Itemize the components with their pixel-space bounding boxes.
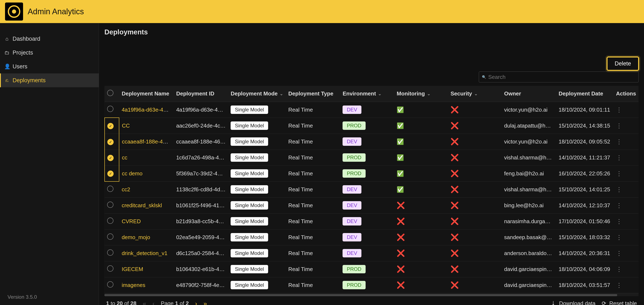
search-box[interactable]: 🔍 bbox=[479, 72, 638, 82]
select-all-header[interactable] bbox=[104, 86, 119, 102]
cross-icon: ❌ bbox=[450, 202, 459, 209]
deployment-name-link[interactable]: 4a19f96a-d63e-44de-b bbox=[122, 107, 174, 113]
deployment-id: b21d93a8-cc5b-47af-8 bbox=[174, 213, 228, 229]
date-cell: 15/10/2024, 14:38:15 bbox=[556, 118, 614, 134]
deployment-name-link[interactable]: cc2 bbox=[122, 186, 130, 193]
table-row[interactable]: ✓ CC aac26ef0-24de-4cbd-a Single Model R… bbox=[104, 118, 638, 134]
projects-icon: 🗀 bbox=[4, 50, 10, 56]
row-actions-menu[interactable]: ⋮ bbox=[616, 250, 622, 256]
col-owner[interactable]: Owner bbox=[502, 86, 556, 102]
deployment-id: 4a19f96a-d63e-44de-b bbox=[174, 102, 228, 118]
row-checkbox[interactable] bbox=[107, 217, 114, 224]
owner-cell: bing.lee@h2o.ai bbox=[502, 197, 556, 213]
deployment-name-link[interactable]: CVRED bbox=[122, 218, 141, 224]
download-data-button[interactable]: ⭳ Download data bbox=[551, 300, 595, 305]
col-mon[interactable]: Monitoring⌄ bbox=[394, 86, 448, 102]
cross-icon: ❌ bbox=[397, 249, 405, 257]
row-actions-menu[interactable]: ⋮ bbox=[616, 186, 622, 193]
search-input[interactable] bbox=[488, 74, 636, 80]
deployment-name-link[interactable]: cc bbox=[122, 154, 127, 161]
row-actions-menu[interactable]: ⋮ bbox=[616, 154, 622, 161]
table-row[interactable]: imagenes e48790f2-758f-4e85-8 Single Mod… bbox=[104, 277, 638, 293]
mode-badge: Single Model bbox=[230, 185, 268, 194]
page-prev-icon: ‹ bbox=[152, 300, 154, 305]
row-checkbox[interactable] bbox=[107, 249, 114, 256]
row-actions-menu[interactable]: ⋮ bbox=[616, 123, 622, 129]
row-checkbox[interactable] bbox=[107, 265, 114, 272]
deployment-name-link[interactable]: ccaaea8f-188e-469f-8f bbox=[122, 138, 174, 145]
cross-icon: ❌ bbox=[450, 265, 459, 273]
row-checkbox[interactable]: ✓ bbox=[107, 155, 114, 161]
toolbar: Delete bbox=[104, 57, 638, 70]
table-row[interactable]: cc2 1138c2f6-cd8d-4d36-a Single Model Re… bbox=[104, 181, 638, 197]
cross-icon: ❌ bbox=[397, 265, 405, 273]
owner-cell: victor.yun@h2o.ai bbox=[502, 102, 556, 118]
row-checkbox[interactable]: ✓ bbox=[107, 123, 114, 129]
table-row[interactable]: ✓ cc demo 5f369a7c-39d2-4043-8 Single Mo… bbox=[104, 165, 638, 181]
chevron-down-icon: ⌄ bbox=[280, 91, 283, 96]
table-row[interactable]: ✓ ccaaea8f-188e-469f-8f ccaaea8f-188e-46… bbox=[104, 134, 638, 150]
table-row[interactable]: demo_mojo 02ea5e49-2059-4367-a Single Mo… bbox=[104, 229, 638, 245]
row-actions-menu[interactable]: ⋮ bbox=[616, 170, 622, 177]
col-type[interactable]: Deployment Type bbox=[286, 86, 340, 102]
row-actions-menu[interactable]: ⋮ bbox=[616, 107, 622, 113]
deployment-id: ccaaea8f-188e-469f-8f bbox=[174, 134, 228, 150]
page-last-icon[interactable]: » bbox=[203, 300, 207, 305]
page-title: Deployments bbox=[104, 28, 638, 36]
col-id[interactable]: Deployment ID bbox=[174, 86, 228, 102]
col-env[interactable]: Environment⌄ bbox=[340, 86, 394, 102]
env-badge: DEV bbox=[342, 137, 361, 146]
sidebar-item-users[interactable]: 👤Users bbox=[0, 60, 99, 73]
row-actions-menu[interactable]: ⋮ bbox=[616, 234, 622, 241]
page-next-icon[interactable]: › bbox=[195, 300, 197, 305]
deployment-type: Real Time bbox=[286, 102, 340, 118]
sidebar-item-label: Users bbox=[12, 63, 28, 70]
deployment-name-link[interactable]: demo_mojo bbox=[122, 234, 150, 240]
sidebar-item-dashboard[interactable]: ⌂Dashboard bbox=[0, 32, 99, 46]
table-row[interactable]: ✓ cc 1c6d7a26-498a-40a3-8 Single Model R… bbox=[104, 150, 638, 165]
col-date[interactable]: Deployment Date bbox=[556, 86, 614, 102]
col-name[interactable]: Deployment Name bbox=[119, 86, 174, 102]
row-actions-menu[interactable]: ⋮ bbox=[616, 218, 622, 225]
table-row[interactable]: CVRED b21d93a8-cc5b-47af-8 Single Model … bbox=[104, 213, 638, 229]
sidebar-item-deployments[interactable]: ⎌Deployments bbox=[0, 73, 99, 87]
row-checkbox[interactable] bbox=[107, 202, 114, 208]
owner-cell: sandeep.basak@h2o.ai bbox=[502, 229, 556, 245]
deployment-name-link[interactable]: creditcard_sklskl bbox=[122, 202, 162, 208]
row-checkbox[interactable] bbox=[107, 233, 114, 240]
row-checkbox[interactable] bbox=[107, 186, 114, 192]
row-actions-menu[interactable]: ⋮ bbox=[616, 138, 622, 145]
deployment-name-link[interactable]: drink_detection_v1 bbox=[122, 250, 167, 256]
row-checkbox[interactable]: ✓ bbox=[107, 171, 114, 177]
table-row[interactable]: creditcard_sklskl b1061f25-f496-4127-a4 … bbox=[104, 197, 638, 213]
check-icon: ✅ bbox=[397, 123, 404, 129]
cross-icon: ❌ bbox=[450, 106, 459, 114]
row-checkbox[interactable] bbox=[107, 106, 114, 112]
col-sec[interactable]: Security⌄ bbox=[448, 86, 502, 102]
cross-icon: ❌ bbox=[450, 217, 459, 225]
row-actions-menu[interactable]: ⋮ bbox=[616, 202, 622, 209]
mode-badge: Single Model bbox=[230, 281, 268, 289]
deployment-name-link[interactable]: IGECEM bbox=[122, 266, 143, 272]
col-mode[interactable]: Deployment Mode⌄ bbox=[228, 86, 286, 102]
table-row[interactable]: IGECEM b1064302-e61b-40ca-8 Single Model… bbox=[104, 261, 638, 277]
deployment-name-link[interactable]: imagenes bbox=[122, 282, 145, 288]
row-checkbox[interactable]: ✓ bbox=[107, 139, 114, 145]
refresh-icon: ⟳ bbox=[602, 300, 606, 305]
row-actions-menu[interactable]: ⋮ bbox=[616, 266, 622, 272]
deployment-id: e48790f2-758f-4e85-8 bbox=[174, 277, 228, 293]
mode-badge: Single Model bbox=[230, 201, 268, 210]
table-row[interactable]: 4a19f96a-d63e-44de-b 4a19f96a-d63e-44de-… bbox=[104, 102, 638, 118]
deployment-type: Real Time bbox=[286, 277, 340, 293]
deployment-name-link[interactable]: CC bbox=[122, 123, 130, 129]
reset-table-button[interactable]: ⟳ Reset table bbox=[602, 300, 637, 305]
table-row[interactable]: drink_detection_v1 d6c125a0-2584-4f65-b … bbox=[104, 245, 638, 261]
owner-cell: dulaj.atapattu@h2o.ai bbox=[502, 118, 556, 134]
delete-button[interactable]: Delete bbox=[607, 57, 638, 70]
row-actions-menu[interactable]: ⋮ bbox=[616, 282, 622, 288]
deployment-name-link[interactable]: cc demo bbox=[122, 170, 142, 177]
sidebar-item-projects[interactable]: 🗀Projects bbox=[0, 46, 99, 60]
horizontal-scrollbar[interactable] bbox=[104, 294, 638, 296]
chevron-down-icon: ⌄ bbox=[474, 91, 478, 96]
row-checkbox[interactable] bbox=[107, 281, 114, 287]
